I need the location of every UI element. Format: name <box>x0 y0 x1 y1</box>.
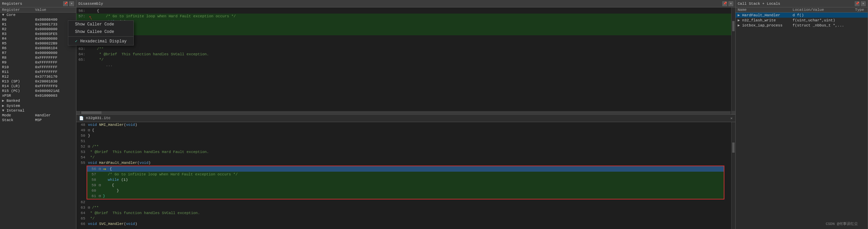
registers-table: Register Value ▼ Core R00x08008400 R10x2… <box>0 7 76 122</box>
source-line: 58 while (1) <box>87 177 724 183</box>
table-row: R100xFFFFFFFF <box>0 65 76 70</box>
source-tab[interactable]: 📄 n32g031.itc ✕ <box>76 115 735 122</box>
disassembly-scrollbar-h[interactable] <box>76 111 735 114</box>
source-line: 53 * @brief This function handles Hard F… <box>76 149 731 155</box>
disasm-line: 63: /** <box>76 46 731 52</box>
scroll-left-btn[interactable] <box>76 111 80 114</box>
registers-scroll-area[interactable]: Register Value ▼ Core R00x08008400 R10x2… <box>0 7 76 229</box>
callstack-item-name: iotbox_iap_process <box>742 23 782 27</box>
table-row: R13 (SP)0x20001630 <box>0 79 76 84</box>
table-row: R70x00000000 <box>0 51 76 55</box>
source-line: 50 } <box>76 133 731 138</box>
context-menu-show-caller[interactable]: Show Caller Code <box>68 21 133 28</box>
scroll-track[interactable] <box>81 111 731 114</box>
callstack-row[interactable]: ▶ iotbox_iap_process f(struct _nbbus_t *… <box>736 23 868 28</box>
source-line: 60 } <box>87 188 724 193</box>
callstack-table: Name Location/Value Type ▶ HardFault_Han… <box>736 7 868 28</box>
table-row: R30x08003FE5 <box>0 32 76 36</box>
section-banked[interactable]: ▶ Banked <box>0 98 76 103</box>
table-row: R10x20001733 <box>0 22 76 27</box>
disasm-line: 61: } <box>76 35 731 41</box>
disasm-line: 60: } <box>76 30 731 35</box>
source-line: 52 ⊟ /** <box>76 144 731 149</box>
table-row: R00x08008400 <box>0 17 76 22</box>
disassembly-code-area[interactable]: 56: { 57: /* Go to infinite loop when Ha… <box>76 7 731 111</box>
callstack-title: Call Stack + Locals <box>738 2 780 6</box>
table-row: R60x080061D4 <box>0 46 76 51</box>
source-line: 48 void NMI_Handler(void) <box>76 122 731 128</box>
context-menu-show-callee[interactable]: Show Callee Code <box>68 28 133 36</box>
registers-header-icons: 📌 ✕ <box>63 1 74 6</box>
disassembly-close-icon[interactable]: ✕ <box>728 1 733 6</box>
disassembly-panel: Disassembly 📌 ✕ 56: { 57: /* Go to infin… <box>76 0 736 229</box>
source-code-area[interactable]: 48 void NMI_Handler(void) 49 ⊟ { 50 } 51 <box>76 122 731 229</box>
disasm-line: 59: { <box>76 24 731 30</box>
table-row: R14 (LR)0xFFFFFFF9 <box>0 84 76 89</box>
registers-close-icon[interactable]: ✕ <box>69 1 74 6</box>
expand-icon: ▶ <box>738 18 742 22</box>
table-row: R15 (PC)0x0800021AE <box>0 89 76 93</box>
context-menu-hex-label: Hexadecimal Display <box>80 39 127 44</box>
table-row: R80xFFFFFFFF <box>0 55 76 60</box>
col-value: Value <box>33 7 76 13</box>
section-system[interactable]: ▶ System <box>0 103 76 108</box>
callstack-panel: Call Stack + Locals 📌 ✕ Name Location/Va… <box>736 0 868 229</box>
disasm-line: 65: */ <box>76 57 731 62</box>
callstack-close-icon[interactable]: ✕ <box>861 1 866 6</box>
debug-highlight-block: 56 ⊟ ⇒ { 57 /* Go to infinite loop when … <box>87 166 724 199</box>
source-line: 51 <box>76 138 731 144</box>
callstack-header-icons: 📌 ✕ <box>855 1 866 6</box>
source-line: 64 * @brief This function handles SVCall… <box>76 210 731 216</box>
source-line: 55 void HardFault_Handler(void) <box>76 160 731 166</box>
registers-pin-icon[interactable]: 📌 <box>63 1 68 6</box>
watermark-text: CSDN @何事误红尘 <box>826 221 858 226</box>
callstack-row[interactable]: ▶ n32_flash_write f(uint,uchar*,uint) <box>736 18 868 23</box>
callstack-item-name: HardFault_Handler <box>742 13 780 17</box>
registers-title: Registers <box>2 2 22 6</box>
context-menu-hexdisplay[interactable]: ✓ Hexadecimal Display <box>68 37 133 45</box>
context-menu-callee-label: Show Callee Code <box>75 30 114 34</box>
callstack-row[interactable]: ▶ HardFault_Handler d f() <box>736 13 868 18</box>
source-line: 62 <box>76 199 731 205</box>
section-internal[interactable]: ▼ Internal <box>0 108 76 113</box>
table-row: R120x37736170 <box>0 74 76 79</box>
col-register: Register <box>0 7 33 13</box>
table-row: R90xFFFFFFFF <box>0 60 76 65</box>
source-line-active: 56 ⊟ ⇒ { <box>87 166 724 172</box>
scroll-right-btn[interactable] <box>731 111 735 114</box>
disassembly-top: Disassembly 📌 ✕ 56: { 57: /* Go to infin… <box>76 0 735 115</box>
table-row: xPSR0x01000003 <box>0 93 76 98</box>
col-location: Location/Value <box>791 7 853 13</box>
table-row: StackMSP <box>0 118 76 122</box>
disassembly-scrollbar-v[interactable] <box>731 7 735 111</box>
debug-arrow-icon: ⇒ <box>103 166 110 172</box>
disassembly-title: Disassembly <box>78 2 103 6</box>
table-row: R50x000022B9 <box>0 41 76 46</box>
source-scrollbar-v[interactable] <box>731 122 735 229</box>
col-name: Name <box>736 7 791 13</box>
source-editor-panel: 📄 n32g031.itc ✕ 48 void NMI_Handler(void… <box>76 115 735 229</box>
callstack-content[interactable]: Name Location/Value Type ▶ HardFault_Han… <box>736 7 868 229</box>
disasm-line: 58: while (1) <box>76 19 731 24</box>
disasm-line: 57: /* Go to infinite loop when Hard Fau… <box>76 14 731 19</box>
context-menu-caller-label: Show Caller Code <box>75 22 114 27</box>
source-line: 66 void SVC_Handler(void) <box>76 221 731 227</box>
disassembly-pin-icon[interactable]: 📌 <box>722 1 727 6</box>
section-core[interactable]: ▼ Core <box>0 13 76 18</box>
source-line: 59 ⊟ { <box>87 183 724 188</box>
table-row: R40x00000080 <box>0 36 76 41</box>
col-type: Type <box>853 7 868 13</box>
source-line: 49 ⊟ { <box>76 128 731 133</box>
callstack-pin-icon[interactable]: 📌 <box>855 1 860 6</box>
source-tab-close[interactable]: ✕ <box>730 116 733 120</box>
expand-icon: ▶ <box>738 13 742 17</box>
source-line: 54 */ <box>76 155 731 160</box>
table-row: R20x00000000 <box>0 27 76 32</box>
source-tab-label: n32g031.itc <box>86 116 111 120</box>
scroll-thumb[interactable] <box>81 111 101 114</box>
tab-file-icon: 📄 <box>79 116 84 120</box>
disassembly-lines: 56: { 57: /* Go to infinite loop when Ha… <box>76 7 731 69</box>
source-line: 63 ⊟ /** <box>76 205 731 210</box>
source-line: 61 ⊟ } <box>87 193 724 199</box>
registers-panel: Registers 📌 ✕ Register Value ▼ Core <box>0 0 76 229</box>
